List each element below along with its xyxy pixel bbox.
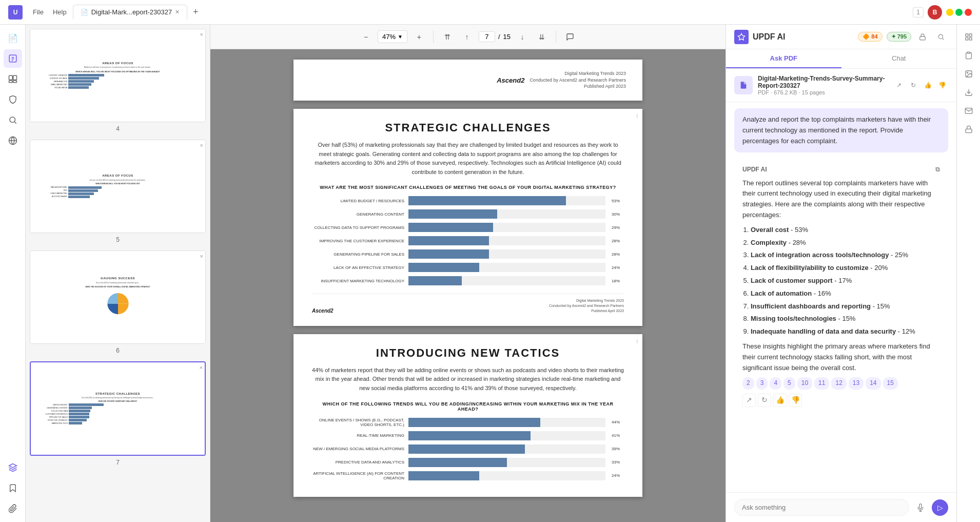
minimize-btn[interactable] — [946, 9, 953, 16]
sidebar-icon-translate[interactable] — [4, 131, 22, 150]
file-refresh-btn[interactable]: ↻ — [907, 79, 919, 91]
ai-tabs: Ask PDF Chat — [726, 49, 956, 69]
thumb-card-5[interactable]: × AREAS OF FOCUS Just over one-third (38… — [30, 140, 206, 233]
thumb-6-close[interactable]: × — [200, 253, 203, 259]
menu-file[interactable]: File — [29, 6, 48, 18]
thumbnail-panel[interactable]: × AREAS OF FOCUS Marketers will have a s… — [26, 25, 210, 522]
toolbar-divider-1 — [433, 31, 434, 43]
user-message-text: Analyze and report the top complaints ma… — [742, 115, 931, 145]
menu-help[interactable]: Help — [49, 6, 71, 18]
page-ref-11[interactable]: 11 — [814, 377, 829, 389]
page-references: 2 3 4 5 10 11 12 13 14 15 — [742, 377, 940, 389]
fr-lock-icon[interactable] — [961, 121, 977, 138]
sidebar-icon-pages[interactable] — [4, 70, 22, 88]
feedback-refresh-btn[interactable]: ↻ — [758, 394, 771, 407]
thumb-6-number: 6 — [30, 346, 206, 355]
thumbnail-7[interactable]: × STRATEGIC CHALLENGES Over half (53%) o… — [30, 361, 206, 467]
svg-line-15 — [943, 38, 944, 40]
thumb-card-6[interactable]: × GAUGING SUCCESS One-in-five (20%) of m… — [30, 250, 206, 344]
header-conducted: Conducted by Ascend2 and Research Partne… — [530, 77, 626, 84]
sidebar-icon-security[interactable] — [4, 90, 22, 109]
thumbnail-6[interactable]: × GAUGING SUCCESS One-in-five (20%) of m… — [30, 250, 206, 355]
fr-download-icon[interactable] — [961, 84, 977, 101]
ai-send-button[interactable]: ▷ — [932, 499, 948, 516]
feedback-like-btn[interactable]: 👍 — [773, 394, 787, 407]
ai-tab-ask-pdf[interactable]: Ask PDF — [726, 49, 841, 68]
close-btn[interactable] — [965, 9, 972, 16]
page-ref-13[interactable]: 13 — [849, 377, 864, 389]
thumb-7-close[interactable]: × — [200, 364, 203, 371]
sidebar-icon-edit[interactable] — [4, 49, 22, 68]
fr-image-icon[interactable] — [961, 66, 977, 82]
thumb-card-7[interactable]: × STRATEGIC CHALLENGES Over half (53%) o… — [30, 361, 206, 456]
ai-search-btn[interactable] — [934, 30, 948, 44]
sidebar-icon-document[interactable]: 📄 — [4, 29, 22, 47]
ai-voice-btn[interactable] — [913, 500, 928, 515]
comment-btn[interactable] — [562, 29, 578, 45]
complaint-9-name: Inadequate handling of data and data sec… — [751, 327, 896, 335]
version-display[interactable]: 1 — [913, 7, 924, 17]
copy-response-btn[interactable]: ⧉ — [935, 165, 940, 175]
zoom-in-btn[interactable]: + — [411, 29, 427, 45]
next-page-btn[interactable]: ↓ — [515, 29, 530, 45]
int-bar-pct-2: 39% — [612, 447, 624, 451]
page-ref-10[interactable]: 10 — [797, 377, 812, 389]
sidebar-icon-search[interactable] — [4, 111, 22, 129]
fr-grid-icon[interactable] — [961, 29, 977, 45]
page-ref-14[interactable]: 14 — [866, 377, 880, 389]
int-bar-row-1: REAL-TIME MARKETING 41% — [312, 431, 624, 440]
thumbnail-5[interactable]: × AREAS OF FOCUS Just over one-third (38… — [30, 140, 206, 244]
ai-input-field[interactable] — [734, 499, 909, 516]
fr-mail-icon[interactable] — [961, 103, 977, 119]
bar-row-1: GENERATING CONTENT 30% — [312, 209, 624, 219]
prev-page-btn[interactable]: ↑ — [459, 29, 475, 45]
thumb-4-close[interactable]: × — [200, 31, 203, 37]
ai-input-area: ▷ — [726, 492, 956, 522]
sidebar-icon-paperclip[interactable] — [4, 499, 22, 518]
bar-track-5 — [408, 263, 605, 272]
int-bar-track-2 — [408, 444, 605, 454]
tab-close-btn[interactable]: ✕ — [175, 9, 180, 15]
page-ref-12[interactable]: 12 — [831, 377, 846, 389]
fr-clipboard-icon[interactable] — [961, 47, 977, 64]
page-ref-4[interactable]: 4 — [770, 377, 781, 389]
page-ref-15[interactable]: 15 — [883, 377, 898, 389]
bar-pct-3: 28% — [612, 239, 624, 243]
zoom-out-btn[interactable]: − — [358, 29, 374, 45]
thumb-card-4[interactable]: × AREAS OF FOCUS Marketers will have a s… — [30, 29, 206, 122]
page-total: 15 — [503, 33, 511, 41]
zoom-display[interactable]: 47% ▼ — [378, 30, 407, 43]
last-page-btn[interactable]: ⇊ — [534, 29, 550, 45]
file-dislike-btn[interactable]: 👎 — [936, 79, 948, 91]
svg-point-14 — [938, 34, 943, 38]
feedback-share-btn[interactable]: ↗ — [742, 394, 756, 407]
ai-sender-name: UPDF AI — [742, 165, 767, 175]
thumbnail-4[interactable]: × AREAS OF FOCUS Marketers will have a s… — [30, 29, 206, 133]
first-page-btn[interactable]: ⇈ — [440, 29, 455, 45]
page-ref-5[interactable]: 5 — [783, 377, 795, 389]
page-corner-sc[interactable]: ⁝ — [636, 113, 638, 120]
sidebar-icon-layers[interactable] — [4, 458, 22, 477]
ai-lock-btn[interactable] — [915, 30, 930, 44]
maximize-btn[interactable] — [955, 9, 963, 16]
thumb-7-img: STRATEGIC CHALLENGES Over half (53%) of … — [31, 362, 205, 455]
feedback-dislike-btn[interactable]: 👎 — [789, 394, 802, 407]
thumb-5-number: 5 — [30, 235, 206, 244]
file-thumb-btn[interactable]: 👍 — [922, 79, 934, 91]
user-avatar[interactable]: B — [928, 5, 942, 20]
ai-tab-chat[interactable]: Chat — [841, 49, 957, 68]
sidebar-icon-bookmark[interactable] — [4, 479, 22, 497]
bar-row-4: GENERATING PIPELINE FOR SALES 28% — [312, 249, 624, 259]
file-share-btn[interactable]: ↗ — [893, 79, 905, 91]
add-tab-btn[interactable]: + — [188, 5, 203, 20]
active-tab[interactable]: 📄 Digital-Mark...eport-230327 ✕ — [73, 5, 188, 20]
complaint-2-name: Complexity — [751, 239, 787, 246]
page-corner-int[interactable]: ⁝ — [636, 338, 638, 345]
page-separator: / — [498, 33, 500, 41]
bar-label-3: IMPROVING THE CUSTOMER EXPERIENCE — [312, 239, 404, 243]
page-ref-3[interactable]: 3 — [756, 377, 768, 389]
ai-header-right: 🔶 84 ✦ 795 — [858, 30, 948, 44]
page-number-input[interactable] — [479, 31, 495, 42]
thumb-5-close[interactable]: × — [200, 142, 203, 148]
page-ref-2[interactable]: 2 — [742, 377, 754, 389]
